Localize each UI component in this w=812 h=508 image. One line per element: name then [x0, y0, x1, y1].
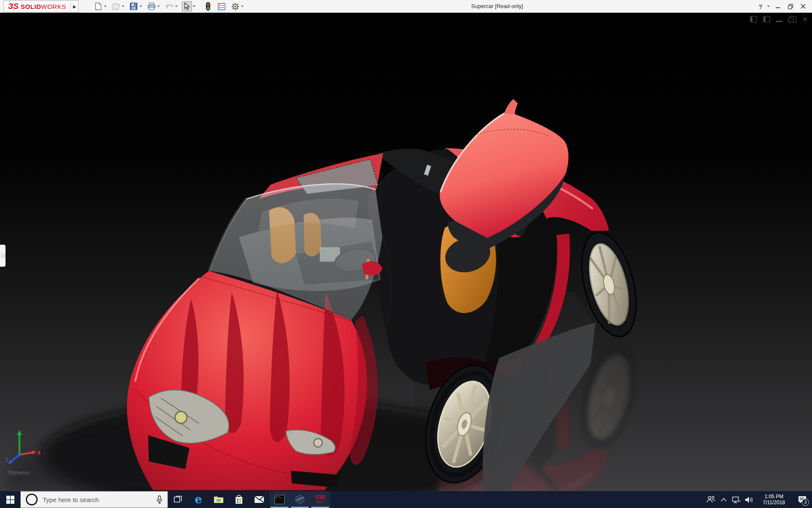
edrawings-icon — [295, 494, 305, 505]
taskbar-item-store[interactable] — [229, 491, 249, 508]
cortana-icon — [26, 494, 38, 505]
ds-logo-mark: ЗS — [8, 2, 19, 11]
options-button[interactable] — [230, 1, 240, 11]
taskbar-search[interactable]: Type here to search — [20, 491, 168, 508]
mail-icon — [254, 496, 264, 503]
doc-minimize-icon[interactable] — [776, 21, 782, 22]
printer-icon — [148, 3, 156, 10]
search-placeholder: Type here to search — [43, 496, 156, 503]
volume-button[interactable] — [743, 491, 755, 508]
brand-bold: SOLID — [21, 3, 41, 10]
titlebar: ЗS SOLID WORKS ▶ — [0, 0, 812, 13]
restore-button[interactable] — [785, 1, 796, 12]
open-folder-icon — [112, 3, 120, 10]
close-button[interactable] — [798, 1, 809, 12]
view-orientation-label: *Dimetric — [8, 470, 30, 476]
speaker-icon — [745, 496, 753, 503]
system-tray: 1:05 PM 7/11/2018 3 — [705, 491, 812, 508]
doc-restore-icon[interactable] — [789, 16, 796, 22]
new-document-icon — [95, 3, 102, 10]
minimize-icon — [775, 4, 780, 9]
undo-dropdown[interactable] — [174, 1, 178, 11]
open-dropdown[interactable] — [121, 1, 125, 11]
gear-icon — [231, 3, 239, 11]
command-prompt-icon: C:\_ — [274, 495, 285, 504]
chevron-up-icon — [721, 498, 727, 502]
rebuild-button[interactable] — [203, 1, 213, 11]
select-button[interactable] — [182, 1, 192, 11]
options-dropdown[interactable] — [240, 1, 244, 11]
taskbar-item-command-prompt[interactable]: C:\_ — [269, 491, 290, 508]
help-button[interactable]: ? — [756, 3, 765, 10]
tray-date: 7/11/2018 — [756, 500, 792, 505]
z-axis-label: Z — [5, 457, 8, 463]
start-button[interactable] — [0, 491, 20, 508]
taskbar-item-solidworks[interactable]: SW2017 — [310, 491, 330, 508]
undo-button[interactable] — [164, 1, 174, 11]
orientation-triad: X Z — [5, 428, 41, 467]
edge-icon: e — [195, 494, 202, 505]
solidworks-window: ЗS SOLID WORKS ▶ — [0, 0, 812, 508]
y-axis-arrow — [17, 430, 22, 435]
file-properties-icon — [218, 3, 225, 10]
file-explorer-icon — [214, 495, 224, 504]
x-axis-arrow — [32, 450, 36, 454]
print-button[interactable] — [146, 1, 156, 11]
save-button[interactable] — [129, 1, 139, 11]
supercar-model[interactable] — [0, 13, 812, 491]
taskbar-item-edge[interactable]: e — [188, 491, 208, 508]
solidworks-logo[interactable]: ЗS SOLID WORKS ▶ — [3, 0, 79, 12]
solidworks-2017-icon: SW2017 — [315, 494, 325, 505]
people-button[interactable] — [705, 491, 717, 508]
pane-right-icon[interactable] — [763, 16, 770, 22]
minimize-button[interactable] — [772, 1, 783, 12]
open-button[interactable] — [111, 1, 121, 11]
task-view-button[interactable] — [168, 491, 188, 508]
window-controls: ? — [756, 0, 809, 13]
solidworks-logo-text: ЗS SOLID WORKS — [4, 1, 70, 12]
menu-flyout-arrow[interactable]: ▶ — [70, 1, 78, 12]
network-button[interactable] — [730, 491, 743, 508]
undo-arrow-icon — [165, 3, 173, 10]
print-dropdown[interactable] — [156, 1, 161, 11]
task-view-icon — [174, 495, 182, 504]
quick-access-toolbar — [93, 1, 247, 11]
notification-badge: 3 — [802, 499, 809, 506]
restore-icon — [788, 4, 793, 9]
brand-light: WORKS — [41, 3, 66, 10]
file-properties-button[interactable] — [217, 1, 227, 11]
people-icon — [706, 496, 716, 503]
document-window-controls: ✕ — [750, 16, 808, 22]
doc-close-icon[interactable]: ✕ — [802, 17, 808, 22]
microsoft-store-icon — [235, 495, 243, 504]
pane-left-icon[interactable] — [750, 16, 757, 22]
action-center-button[interactable]: 3 — [793, 491, 812, 508]
tray-overflow-button[interactable] — [717, 491, 730, 508]
help-dropdown[interactable] — [766, 1, 771, 11]
tray-time: 1:05 PM — [756, 494, 792, 500]
x-axis-label: X — [37, 450, 41, 456]
taskbar-item-file-explorer[interactable] — [208, 491, 229, 508]
document-title: Supercar [Read-only] — [471, 0, 523, 13]
close-icon — [801, 4, 806, 9]
select-cursor-icon — [184, 3, 190, 10]
network-icon — [732, 496, 741, 503]
graphics-viewport[interactable]: ✕ X Z *Dimetric — [0, 13, 812, 491]
select-dropdown[interactable] — [192, 1, 196, 11]
traffic-light-icon — [206, 2, 210, 11]
microphone-icon[interactable] — [156, 495, 162, 504]
windows-taskbar: Type here to search e — [0, 491, 812, 508]
new-button[interactable] — [93, 1, 103, 11]
taskbar-item-edrawings[interactable] — [290, 491, 310, 508]
taskbar-clock[interactable]: 1:05 PM 7/11/2018 — [755, 494, 793, 505]
windows-logo-icon — [6, 496, 14, 504]
new-dropdown[interactable] — [103, 1, 107, 11]
save-floppy-icon — [130, 3, 137, 10]
feature-manager-flyout-tab[interactable] — [0, 245, 5, 267]
taskbar-item-mail[interactable] — [249, 491, 269, 508]
save-dropdown[interactable] — [139, 1, 143, 11]
